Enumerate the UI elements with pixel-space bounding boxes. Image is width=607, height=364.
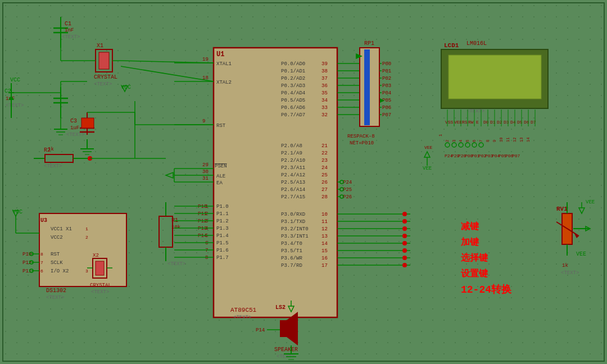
svg-point-170 [402,212,407,216]
svg-text:I/O  X2: I/O X2 [51,269,69,274]
svg-text:P25: P25 [343,187,352,193]
svg-text:VEE: VEE [423,166,432,171]
svg-text:4: 4 [459,140,463,142]
svg-text:P1.5: P1.5 [216,240,229,246]
svg-text:37: 37 [321,76,328,81]
svg-text:3: 3 [452,140,456,142]
svg-text:1nF: 1nF [65,28,74,33]
svg-text:28: 28 [321,194,328,200]
svg-text:2: 2 [205,211,208,217]
svg-text:RS: RS [462,120,468,125]
svg-text:P2.5/A13: P2.5/A13 [281,180,305,185]
svg-point-175 [402,248,407,253]
svg-text:U1: U1 [216,51,224,58]
circuit-svg: C1 1nF <TEXT> C2 1nF <TEXT> C3 1uF <TEXT… [0,0,607,364]
svg-text:C2: C2 [4,88,11,94]
svg-text:<TEXT>: <TEXT> [46,295,64,301]
svg-text:5: 5 [465,140,470,142]
svg-point-176 [402,256,407,260]
schematic-canvas: C1 1nF <TEXT> C2 1nF <TEXT> C3 1uF <TEXT… [0,0,607,364]
svg-text:P3.3/INT1: P3.3/INT1 [281,234,309,239]
svg-text:10: 10 [499,138,504,142]
svg-text:1: 1 [205,204,208,210]
svg-text:LS2: LS2 [275,304,286,311]
svg-text:25: 25 [321,172,328,178]
svg-text:<TEXT>: <TEXT> [167,261,185,267]
label-1224-convert: 12-24转换 [461,282,511,298]
svg-text:34: 34 [321,98,328,103]
svg-text:P2.3/A11: P2.3/A11 [281,165,305,171]
svg-text:P2.1/A9: P2.1/A9 [281,151,302,156]
svg-text:P1.1: P1.1 [216,211,229,217]
svg-text:P1.7: P1.7 [216,255,229,261]
svg-text:P0.1/AD1: P0.1/AD1 [281,69,305,74]
svg-text:12: 12 [321,226,328,232]
function-labels: 减键 加键 选择键 设置键 12-24转换 [461,219,511,298]
svg-text:<TEXT>: <TEXT> [561,270,579,276]
svg-text:RV1: RV1 [556,206,568,212]
svg-rect-281 [39,213,126,286]
svg-text:XTAL1: XTAL1 [216,61,232,67]
svg-rect-41 [159,216,173,247]
svg-text:6: 6 [205,240,208,246]
svg-text:P0.0/AD0: P0.0/AD0 [281,61,305,67]
svg-text:<TEXT>: <TEXT> [44,163,62,169]
svg-text:RESPACK-8: RESPACK-8 [347,134,375,139]
svg-text:7: 7 [40,260,43,265]
svg-text:P3.0/RXD: P3.0/RXD [281,212,305,217]
svg-text:EA: EA [216,180,223,186]
svg-rect-22 [81,118,94,128]
svg-text:2: 2 [85,235,88,240]
svg-text:31: 31 [202,176,209,181]
svg-text:21: 21 [321,143,328,149]
svg-text:P2.6/A14: P2.6/A14 [281,187,305,193]
svg-text:30: 30 [202,169,209,175]
svg-text:19: 19 [202,57,209,62]
svg-text:P04: P04 [382,90,391,96]
svg-text:P0.6/AD6: P0.6/AD6 [281,105,305,111]
svg-rect-306 [96,261,104,275]
svg-text:P2.0/A8: P2.0/A8 [281,143,302,149]
svg-text:32: 32 [321,112,328,118]
svg-text:22: 22 [321,151,328,156]
svg-text:P1.4: P1.4 [216,233,229,239]
svg-text:RP1: RP1 [364,40,374,47]
svg-point-177 [402,263,407,267]
svg-text:12: 12 [513,138,517,142]
svg-text:39: 39 [321,61,328,67]
svg-text:2: 2 [445,140,450,142]
svg-text:VCC1 X1: VCC1 X1 [51,226,72,232]
svg-marker-274 [579,208,585,213]
svg-text:P0.5/AD5: P0.5/AD5 [281,98,305,103]
svg-text:1k: 1k [562,263,568,269]
svg-text:P2.7/A15: P2.7/A15 [281,194,305,200]
svg-text:11: 11 [321,219,328,225]
svg-text:7: 7 [479,140,483,142]
svg-text:<TEXT>: <TEXT> [466,108,484,114]
svg-text:15: 15 [321,248,328,254]
svg-text:P3.1/TXD: P3.1/TXD [281,219,305,225]
svg-text:17: 17 [321,263,328,269]
svg-text:4: 4 [205,226,208,231]
svg-text:11: 11 [506,138,510,142]
label-set-key: 设置键 [461,266,511,282]
svg-text:CRYSTAL: CRYSTAL [94,74,117,80]
svg-text:14: 14 [321,241,328,247]
svg-text:23: 23 [321,158,328,163]
svg-point-174 [402,241,407,245]
svg-text:6: 6 [40,269,43,274]
svg-point-262 [472,143,477,147]
svg-text:X2: X2 [93,253,99,258]
svg-text:CRYSTAL: CRYSTAL [90,283,111,288]
svg-text:VCC2: VCC2 [51,235,63,240]
svg-text:9: 9 [202,119,205,124]
svg-text:5: 5 [205,233,208,239]
svg-text:X1: X1 [97,43,103,49]
label-minus-key: 减键 [461,219,511,235]
svg-text:XTAL2: XTAL2 [216,80,232,85]
svg-text:29: 29 [202,162,209,168]
svg-point-171 [402,219,407,224]
svg-rect-27 [99,52,109,69]
svg-text:P0.3/AD3: P0.3/AD3 [281,83,305,89]
svg-text:NET=P010: NET=P010 [350,140,374,146]
